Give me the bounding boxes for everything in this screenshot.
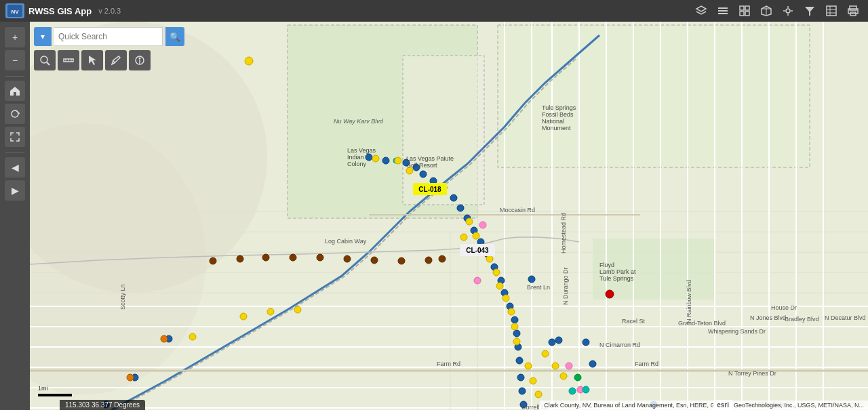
svg-rect-3 <box>718 7 728 9</box>
search-dropdown-button[interactable]: ▾ <box>34 27 52 46</box>
svg-point-136 <box>210 258 216 264</box>
identify-tool-button[interactable] <box>34 50 56 70</box>
scale-line <box>38 394 72 396</box>
svg-text:Floyd: Floyd <box>599 262 614 268</box>
svg-text:Homestead Rd: Homestead Rd <box>560 213 567 253</box>
svg-point-110 <box>372 155 379 162</box>
scale-label: 1mi <box>38 385 72 392</box>
svg-point-144 <box>425 257 432 264</box>
svg-point-114 <box>466 218 473 225</box>
grid-button[interactable] <box>735 1 754 20</box>
rotate-button[interactable] <box>5 104 25 124</box>
svg-point-98 <box>519 388 526 394</box>
svg-rect-9 <box>745 12 749 16</box>
svg-rect-22 <box>850 6 856 10</box>
svg-point-134 <box>127 374 134 381</box>
svg-text:N Durango Dr: N Durango Dr <box>562 267 569 305</box>
table-button[interactable] <box>822 1 841 20</box>
svg-text:Indian: Indian <box>347 154 364 161</box>
svg-marker-2 <box>696 6 706 12</box>
left-sidebar: + − ◀ ▶ <box>0 22 30 410</box>
svg-point-145 <box>439 255 446 262</box>
home-button[interactable] <box>5 81 25 101</box>
measure-tool-button[interactable] <box>58 50 79 70</box>
svg-text:Lamb Park at: Lamb Park at <box>599 268 636 275</box>
attribution-bar: Clark County, NV, Bureau of Land Managem… <box>540 401 868 410</box>
list-button[interactable] <box>713 1 732 20</box>
svg-text:Whispering Sands Dr: Whispering Sands Dr <box>708 328 766 335</box>
layer-tool-button[interactable] <box>129 50 151 70</box>
forward-button[interactable]: ▶ <box>5 180 25 201</box>
svg-point-146 <box>606 290 614 298</box>
zoom-out-button[interactable]: − <box>5 50 25 70</box>
svg-line-28 <box>47 62 50 65</box>
svg-rect-6 <box>740 6 744 10</box>
svg-marker-17 <box>805 7 814 16</box>
svg-point-35 <box>139 58 141 60</box>
svg-text:Monument: Monument <box>542 125 571 131</box>
map-container[interactable]: CL-018 CL-043 Nu Way Karv Blvd Las Vegas… <box>30 22 868 410</box>
sidebar-divider-2 <box>5 152 24 153</box>
print-button[interactable] <box>844 1 863 20</box>
scale-bar: 1mi <box>38 385 72 396</box>
svg-rect-18 <box>827 6 836 16</box>
layers-button[interactable] <box>692 1 711 20</box>
svg-point-142 <box>371 257 378 264</box>
svg-point-119 <box>496 283 503 289</box>
zoom-in-button[interactable]: + <box>5 27 25 47</box>
svg-rect-39 <box>498 25 810 167</box>
map-svg: CL-018 CL-043 Nu Way Karv Blvd Las Vegas… <box>30 22 868 410</box>
svg-point-133 <box>560 373 567 380</box>
svg-point-80 <box>420 171 427 178</box>
attribution-text: Clark County, NV, Bureau of Land Managem… <box>544 402 864 409</box>
app-title: RWSS GIS App <box>28 6 92 16</box>
gps-button[interactable] <box>778 1 797 20</box>
svg-text:Golf Resort: Golf Resort <box>406 162 437 169</box>
fullscreen-button[interactable] <box>5 127 25 147</box>
svg-point-135 <box>161 335 167 342</box>
svg-point-121 <box>508 308 515 315</box>
svg-point-115 <box>473 232 479 239</box>
svg-point-107 <box>589 361 596 367</box>
filter-button[interactable] <box>800 1 819 20</box>
toolbar: NV RWSS GIS App v 2.0.3 <box>0 0 868 22</box>
svg-text:Scotty Ln: Scotty Ln <box>119 284 126 310</box>
svg-point-76 <box>382 157 389 164</box>
svg-text:House Dr: House Dr <box>771 304 797 311</box>
svg-point-148 <box>479 222 486 228</box>
back-button[interactable]: ◀ <box>5 157 25 178</box>
svg-rect-7 <box>745 6 749 10</box>
svg-point-139 <box>290 254 296 261</box>
esri-logo: esri <box>713 400 732 410</box>
sidebar-divider-1 <box>5 76 24 77</box>
svg-point-106 <box>583 339 589 346</box>
svg-text:N Torrey Pines Dr: N Torrey Pines Dr <box>728 370 776 377</box>
svg-point-117 <box>486 255 493 262</box>
search-submit-button[interactable]: 🔍 <box>165 27 184 46</box>
svg-point-97 <box>517 374 524 381</box>
search-input[interactable] <box>54 27 163 46</box>
svg-point-103 <box>528 276 535 283</box>
svg-point-122 <box>511 323 518 330</box>
svg-rect-5 <box>718 13 728 14</box>
svg-text:Nu Way Karv Blvd: Nu Way Karv Blvd <box>334 118 384 125</box>
svg-point-125 <box>240 313 247 320</box>
svg-text:Moccasin Rd: Moccasin Rd <box>500 207 535 213</box>
svg-text:Racel St: Racel St <box>622 318 646 325</box>
draw-tool-button[interactable] <box>105 50 127 70</box>
svg-rect-8 <box>740 12 744 16</box>
svg-point-138 <box>262 254 269 261</box>
svg-point-128 <box>525 363 532 369</box>
svg-text:Log Cabin Way: Log Cabin Way <box>325 238 367 245</box>
svg-point-131 <box>542 350 549 357</box>
svg-text:CL-043: CL-043 <box>466 247 489 254</box>
coordinates-bar: 115.303 36.377 Degrees <box>60 400 145 410</box>
svg-text:N Cimarron Rd: N Cimarron Rd <box>599 342 640 348</box>
svg-point-129 <box>530 377 536 384</box>
svg-point-147 <box>474 277 481 284</box>
svg-text:Fossil Beds: Fossil Beds <box>542 111 574 118</box>
svg-point-75 <box>366 154 372 161</box>
basemap-button[interactable] <box>757 1 776 20</box>
select-tool-button[interactable] <box>81 50 103 70</box>
svg-point-151 <box>569 388 576 394</box>
